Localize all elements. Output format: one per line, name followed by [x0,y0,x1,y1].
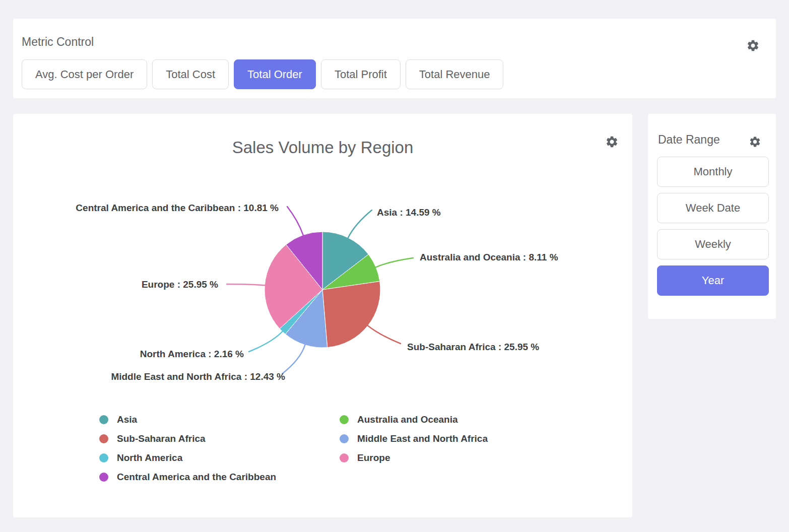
legend-dot-north-america [99,453,108,462]
pie-label-asia: Asia : 14.59 % [377,207,441,218]
pie-label-central-america-and-the-caribbean: Central America and the Caribbean : 10.8… [76,203,279,213]
pie-leader-line-australia-and-oceania [376,258,413,267]
legend-item-central-america-and-the-caribbean[interactable]: Central America and the Caribbean [99,468,340,487]
legend-label: North America [117,452,182,463]
pie-label-middle-east-and-north-africa: Middle East and North Africa : 12.43 % [111,371,285,382]
date-range-title: Date Range [658,133,720,147]
pie-label-sub-saharan-africa: Sub-Saharan Africa : 25.95 % [407,342,539,352]
metric-buttons-group: Avg. Cost per OrderTotal CostTotal Order… [22,59,503,89]
metric-button-avg-cost-per-order[interactable]: Avg. Cost per Order [22,59,147,89]
settings-gear-icon[interactable] [749,136,761,148]
metric-control-title: Metric Control [22,35,94,49]
pie-leader-line-north-america [249,331,282,352]
legend-item-north-america[interactable]: North America [99,448,340,468]
metric-button-total-cost[interactable]: Total Cost [152,59,229,89]
pie-leader-line-asia [348,210,372,238]
legend-item-sub-saharan-africa[interactable]: Sub-Saharan Africa [99,429,340,448]
legend-label: Australia and Oceania [357,414,458,425]
date-range-panel: Date Range MonthlyWeek DateWeeklyYear [648,114,776,319]
pie-chart: Asia : 14.59 %Australia and Oceania : 8.… [13,114,632,396]
legend-label: Europe [357,452,390,463]
metric-button-total-revenue[interactable]: Total Revenue [406,59,504,89]
date-range-button-weekly[interactable]: Weekly [657,229,769,259]
legend-item-europe[interactable]: Europe [340,448,488,468]
pie-label-europe: Europe : 25.95 % [142,279,218,290]
pie-label-australia-and-oceania: Australia and Oceania : 8.11 % [420,252,558,262]
legend-dot-central-america-and-the-caribbean [99,473,108,482]
legend-label: Central America and the Caribbean [117,472,276,483]
pie-slice-sub-saharan-africa[interactable] [322,281,380,347]
pie-leader-line-central-america-and-the-caribbean [287,207,303,235]
pie-label-north-america: North America : 2.16 % [140,349,244,359]
legend-item-asia[interactable]: Asia [99,410,340,429]
chart-legend: AsiaAustralia and OceaniaSub-Saharan Afr… [99,410,488,487]
settings-gear-icon[interactable] [746,39,760,52]
metric-button-total-profit[interactable]: Total Profit [321,59,401,89]
legend-item-middle-east-and-north-africa[interactable]: Middle East and North Africa [340,429,488,448]
date-range-button-monthly[interactable]: Monthly [657,157,769,187]
legend-label: Middle East and North Africa [357,433,488,444]
pie-leader-line-middle-east-and-north-africa [282,345,305,374]
legend-dot-asia [99,415,108,424]
metric-button-total-order[interactable]: Total Order [234,59,316,89]
metric-control-panel: Metric Control Avg. Cost per OrderTotal … [13,19,776,98]
legend-item-australia-and-oceania[interactable]: Australia and Oceania [340,410,488,429]
date-range-buttons-group: MonthlyWeek DateWeeklyYear [657,157,769,296]
legend-dot-sub-saharan-africa [99,434,108,443]
legend-dot-middle-east-and-north-africa [340,434,349,443]
legend-dot-australia-and-oceania [340,415,349,424]
legend-label: Sub-Saharan Africa [117,433,206,444]
date-range-button-year[interactable]: Year [657,265,769,296]
legend-label: Asia [117,414,137,425]
sales-volume-chart-panel: Sales Volume by Region Asia : 14.59 %Aus… [13,114,632,517]
pie-leader-line-sub-saharan-africa [368,326,401,344]
date-range-button-week-date[interactable]: Week Date [657,193,769,223]
legend-dot-europe [340,453,349,462]
pie-leader-line-europe [227,284,265,285]
